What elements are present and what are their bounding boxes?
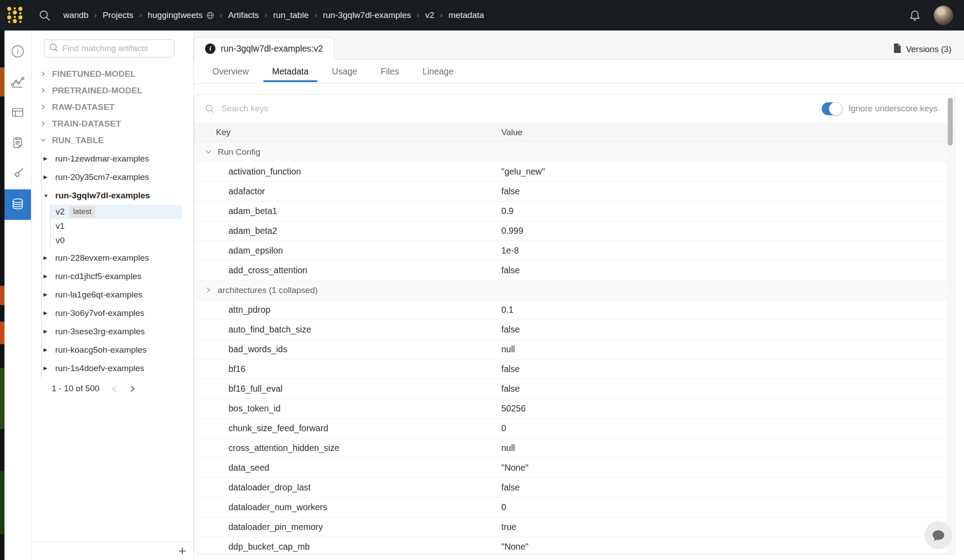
metadata-row[interactable]: dataloader_num_workers0 — [194, 498, 955, 517]
tree-run-item[interactable]: ▶run-cd1jhcf5-examples — [31, 267, 193, 285]
sidebar-footer: + — [31, 541, 193, 560]
metadata-row[interactable]: bf16false — [194, 359, 955, 379]
breadcrumb-separator: › — [315, 11, 317, 20]
tree-run-item[interactable]: ▶run-228evxem-examples — [31, 249, 193, 267]
breadcrumb-item[interactable]: run-3gqlw7dl-examples — [323, 10, 411, 20]
subtab-label: Lineage — [422, 66, 453, 77]
triangle-right-icon: ▶ — [44, 255, 49, 261]
tab-overview[interactable]: Overview — [204, 60, 257, 83]
metadata-row[interactable]: adam_beta10.9 — [194, 201, 955, 221]
tab-lineage[interactable]: Lineage — [414, 60, 462, 83]
tree-run-item[interactable]: ▶run-3o6y7vof-examples — [31, 304, 193, 322]
tree-run-item[interactable]: ▶run-1s4doefv-examples — [31, 359, 193, 377]
breadcrumb-item[interactable]: wandb — [63, 10, 88, 20]
tab-metadata[interactable]: Metadata — [263, 60, 317, 83]
tree-category-pretrained-model[interactable]: PRETRAINED-MODEL — [31, 82, 193, 99]
metadata-row[interactable]: dataloader_pin_memorytrue — [194, 517, 955, 537]
metadata-row[interactable]: adam_epsilon1e-8 — [194, 241, 955, 261]
tree-run-item[interactable]: ▶run-koacg5oh-examples — [31, 341, 193, 359]
breadcrumb-item[interactable]: run_table — [273, 10, 309, 20]
tree-category-raw-dataset[interactable]: RAW-DATASET — [31, 99, 193, 115]
versions-button[interactable]: Versions (3) — [893, 43, 951, 56]
run-label: run-koacg5oh-examples — [55, 345, 147, 355]
line-chart-icon — [11, 75, 25, 91]
metadata-value: 0.1 — [501, 305, 955, 315]
metadata-row[interactable]: bos_token_id50256 — [194, 399, 955, 419]
notifications-bell-icon[interactable] — [909, 9, 921, 22]
metadata-row[interactable]: attn_pdrop0.1 — [194, 300, 955, 320]
artifact-content: i run-3gqlw7dl-examples:v2 Versions (3) … — [194, 31, 964, 560]
tree-category-train-dataset[interactable]: TRAIN-DATASET — [31, 115, 193, 132]
panel-scrollbar[interactable] — [947, 95, 954, 553]
triangle-right-icon: ▶ — [44, 310, 49, 316]
metadata-group-row[interactable]: Run Config — [194, 142, 955, 162]
tree-category-run_table[interactable]: RUN_TABLE — [31, 132, 193, 149]
metadata-key: ddp_bucket_cap_mb — [194, 542, 501, 552]
breadcrumb-item[interactable]: Artifacts — [228, 10, 259, 20]
triangle-right-icon: ▶ — [44, 273, 49, 279]
metadata-row[interactable]: auto_find_batch_sizefalse — [194, 320, 955, 340]
tree-run-item[interactable]: ▶run-1zewdmar-examples — [31, 149, 193, 168]
rail-item-info[interactable]: i — [4, 37, 31, 67]
metadata-key: data_seed — [194, 463, 501, 473]
metadata-row[interactable]: bad_words_idsnull — [194, 340, 955, 359]
breadcrumb-item[interactable]: huggingtweets — [148, 10, 214, 20]
ignore-underscore-toggle[interactable] — [822, 102, 843, 115]
artifact-search-input[interactable] — [61, 43, 170, 54]
breadcrumb-item[interactable]: v2 — [425, 10, 434, 20]
tree-category-label: FINETUNED-MODEL — [52, 69, 136, 79]
metadata-row[interactable]: data_seed"None" — [194, 458, 955, 478]
tree-version-item[interactable]: v0 — [51, 233, 182, 248]
version-list: v2latestv1v0 — [50, 205, 182, 248]
tree-run-item[interactable]: ▶run-3sese3rg-examples — [31, 322, 193, 341]
tree-run-item[interactable]: ▶run-la1ge6qt-examples — [31, 285, 193, 304]
add-artifact-button[interactable]: + — [178, 544, 186, 558]
artifact-version-tab[interactable]: i run-3gqlw7dl-examples:v2 — [194, 37, 334, 60]
app-body: i — [4, 31, 964, 560]
metadata-value: "None" — [501, 542, 955, 552]
rail-item-artifacts[interactable] — [4, 189, 31, 220]
rail-item-charts[interactable] — [4, 67, 31, 98]
broom-icon — [11, 166, 25, 182]
tree-version-item[interactable]: v2latest — [51, 205, 182, 219]
tree-version-item[interactable]: v1 — [51, 219, 182, 233]
metadata-row[interactable]: chunk_size_feed_forward0 — [194, 419, 955, 438]
tree-run-item[interactable]: ▶run-20y35cm7-examples — [31, 168, 193, 186]
topbar-search-icon[interactable] — [39, 9, 51, 22]
clipboard-icon — [11, 136, 25, 152]
metadata-table-header: Key Value — [194, 122, 955, 142]
breadcrumb-item[interactable]: Projects — [103, 10, 134, 20]
metadata-row[interactable]: dataloader_drop_lastfalse — [194, 478, 955, 498]
breadcrumb-item[interactable]: metadata — [448, 10, 484, 20]
metadata-search-input[interactable] — [220, 103, 816, 114]
metadata-row[interactable]: activation_function"gelu_new" — [194, 162, 955, 182]
pagination-next-button[interactable] — [129, 385, 136, 393]
metadata-key: dataloader_pin_memory — [194, 522, 501, 532]
pagination-prev-button[interactable] — [110, 385, 118, 393]
rail-item-reports[interactable] — [4, 128, 31, 159]
tree-category-finetuned-model[interactable]: FINETUNED-MODEL — [31, 66, 193, 82]
metadata-row[interactable]: cross_attention_hidden_sizenull — [194, 438, 955, 458]
left-rail: i — [4, 31, 31, 560]
wandb-logo-icon[interactable] — [5, 5, 24, 26]
tab-usage[interactable]: Usage — [324, 60, 366, 83]
metadata-key: add_cross_attention — [194, 265, 501, 276]
rail-item-tables[interactable] — [4, 98, 31, 128]
metadata-group-row[interactable]: architectures (1 collapsed) — [194, 280, 955, 300]
runs-list: ▶run-1zewdmar-examples▶run-20y35cm7-exam… — [31, 149, 193, 398]
metadata-row[interactable]: adam_beta20.999 — [194, 221, 955, 241]
metadata-row[interactable]: adafactorfalse — [194, 182, 955, 201]
metadata-key: dataloader_drop_last — [194, 482, 501, 493]
tree-run-item[interactable]: ▼run-3gqlw7dl-examples — [31, 186, 193, 205]
triangle-right-icon: ▶ — [44, 328, 49, 334]
rail-item-sweeps[interactable] — [4, 159, 31, 189]
subtab-label: Usage — [332, 66, 357, 77]
metadata-row[interactable]: add_cross_attentionfalse — [194, 261, 955, 280]
chat-button[interactable] — [925, 521, 952, 549]
scrollbar-thumb[interactable] — [948, 98, 953, 145]
metadata-row[interactable]: bf16_full_evalfalse — [194, 379, 955, 399]
metadata-row[interactable]: ddp_bucket_cap_mb"None" — [194, 537, 955, 554]
user-avatar[interactable] — [933, 5, 953, 25]
tab-files[interactable]: Files — [372, 60, 408, 83]
run-label: run-228evxem-examples — [55, 253, 149, 263]
